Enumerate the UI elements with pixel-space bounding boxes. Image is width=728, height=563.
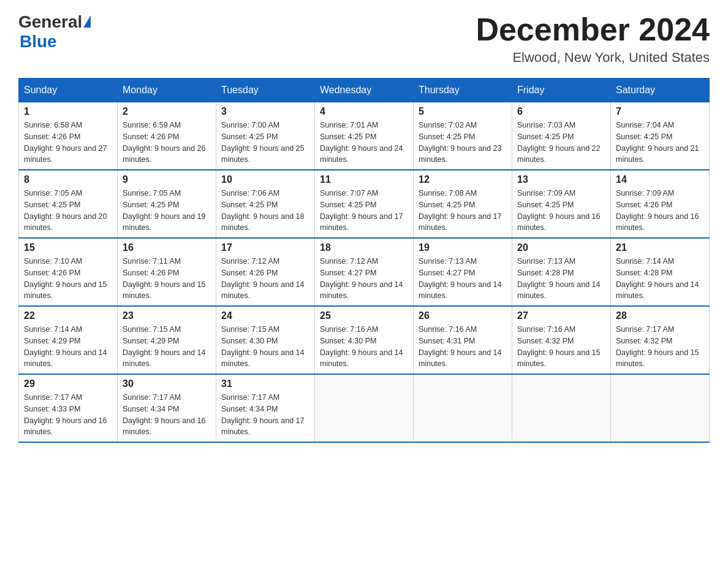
day-number: 9 [123, 174, 211, 185]
calendar-day-cell: 19Sunrise: 7:13 AMSunset: 4:27 PMDayligh… [414, 238, 512, 306]
day-number: 23 [123, 310, 211, 321]
calendar-day-cell: 20Sunrise: 7:13 AMSunset: 4:28 PMDayligh… [512, 238, 611, 306]
day-info: Sunrise: 7:14 AMSunset: 4:28 PMDaylight:… [616, 256, 704, 302]
day-info: Sunrise: 7:03 AMSunset: 4:25 PMDaylight:… [517, 120, 605, 166]
day-info: Sunrise: 7:17 AMSunset: 4:33 PMDaylight:… [24, 392, 112, 438]
calendar-day-cell: 31Sunrise: 7:17 AMSunset: 4:34 PMDayligh… [216, 374, 315, 442]
calendar-day-cell: 29Sunrise: 7:17 AMSunset: 4:33 PMDayligh… [19, 374, 118, 442]
day-number: 21 [616, 242, 704, 253]
calendar-table: SundayMondayTuesdayWednesdayThursdayFrid… [18, 78, 710, 443]
day-info: Sunrise: 7:14 AMSunset: 4:29 PMDaylight:… [24, 324, 112, 370]
day-number: 1 [24, 106, 112, 117]
calendar-day-cell: 9Sunrise: 7:05 AMSunset: 4:25 PMDaylight… [118, 170, 216, 238]
calendar-day-cell: 11Sunrise: 7:07 AMSunset: 4:25 PMDayligh… [315, 170, 414, 238]
day-number: 6 [517, 106, 605, 117]
day-of-week-header: Tuesday [216, 79, 315, 102]
day-number: 14 [616, 174, 704, 185]
day-info: Sunrise: 7:16 AMSunset: 4:30 PMDaylight:… [320, 324, 408, 370]
day-number: 12 [419, 174, 507, 185]
day-number: 24 [221, 310, 309, 321]
calendar-day-cell: 13Sunrise: 7:09 AMSunset: 4:25 PMDayligh… [512, 170, 611, 238]
day-info: Sunrise: 7:13 AMSunset: 4:27 PMDaylight:… [419, 256, 507, 302]
calendar-day-cell: 5Sunrise: 7:02 AMSunset: 4:25 PMDaylight… [414, 102, 512, 170]
day-number: 28 [616, 310, 704, 321]
logo-general: General [18, 12, 82, 32]
day-info: Sunrise: 7:05 AMSunset: 4:25 PMDaylight:… [123, 188, 211, 234]
day-info: Sunrise: 7:06 AMSunset: 4:25 PMDaylight:… [221, 188, 309, 234]
calendar-day-cell: 25Sunrise: 7:16 AMSunset: 4:30 PMDayligh… [315, 306, 414, 374]
day-info: Sunrise: 7:16 AMSunset: 4:31 PMDaylight:… [419, 324, 507, 370]
calendar-week-row: 29Sunrise: 7:17 AMSunset: 4:33 PMDayligh… [19, 374, 710, 442]
day-number: 20 [517, 242, 605, 253]
day-number: 3 [221, 106, 309, 117]
day-info: Sunrise: 7:11 AMSunset: 4:26 PMDaylight:… [123, 256, 211, 302]
logo: General Blue [18, 12, 91, 52]
logo-blue: Blue [20, 32, 57, 51]
calendar-day-cell [315, 374, 414, 442]
calendar-day-cell [611, 374, 710, 442]
day-info: Sunrise: 6:59 AMSunset: 4:26 PMDaylight:… [123, 120, 211, 166]
calendar-day-cell: 2Sunrise: 6:59 AMSunset: 4:26 PMDaylight… [118, 102, 216, 170]
day-number: 11 [320, 174, 408, 185]
day-number: 17 [221, 242, 309, 253]
day-info: Sunrise: 7:15 AMSunset: 4:30 PMDaylight:… [221, 324, 309, 370]
day-number: 4 [320, 106, 408, 117]
calendar-day-cell: 26Sunrise: 7:16 AMSunset: 4:31 PMDayligh… [414, 306, 512, 374]
day-number: 29 [24, 378, 112, 389]
day-info: Sunrise: 7:08 AMSunset: 4:25 PMDaylight:… [419, 188, 507, 234]
day-number: 31 [221, 378, 309, 389]
calendar-week-row: 8Sunrise: 7:05 AMSunset: 4:25 PMDaylight… [19, 170, 710, 238]
day-number: 8 [24, 174, 112, 185]
day-number: 27 [517, 310, 605, 321]
day-of-week-header: Wednesday [315, 79, 414, 102]
title-block: December 2024 Elwood, New York, United S… [476, 12, 710, 66]
calendar-day-cell: 28Sunrise: 7:17 AMSunset: 4:32 PMDayligh… [611, 306, 710, 374]
calendar-day-cell: 8Sunrise: 7:05 AMSunset: 4:25 PMDaylight… [19, 170, 118, 238]
calendar-week-row: 22Sunrise: 7:14 AMSunset: 4:29 PMDayligh… [19, 306, 710, 374]
day-info: Sunrise: 7:00 AMSunset: 4:25 PMDaylight:… [221, 120, 309, 166]
logo-triangle-icon [83, 15, 91, 28]
day-info: Sunrise: 7:02 AMSunset: 4:25 PMDaylight:… [419, 120, 507, 166]
location: Elwood, New York, United States [476, 50, 710, 66]
calendar-day-cell: 10Sunrise: 7:06 AMSunset: 4:25 PMDayligh… [216, 170, 315, 238]
day-number: 30 [123, 378, 211, 389]
day-info: Sunrise: 7:17 AMSunset: 4:34 PMDaylight:… [123, 392, 211, 438]
day-of-week-header: Thursday [414, 79, 512, 102]
day-info: Sunrise: 7:04 AMSunset: 4:25 PMDaylight:… [616, 120, 704, 166]
calendar-header-row: SundayMondayTuesdayWednesdayThursdayFrid… [19, 79, 710, 102]
day-number: 15 [24, 242, 112, 253]
day-info: Sunrise: 7:01 AMSunset: 4:25 PMDaylight:… [320, 120, 408, 166]
day-number: 18 [320, 242, 408, 253]
calendar-day-cell: 14Sunrise: 7:09 AMSunset: 4:26 PMDayligh… [611, 170, 710, 238]
day-info: Sunrise: 7:09 AMSunset: 4:25 PMDaylight:… [517, 188, 605, 234]
day-number: 10 [221, 174, 309, 185]
day-of-week-header: Sunday [19, 79, 118, 102]
day-of-week-header: Friday [512, 79, 611, 102]
day-number: 5 [419, 106, 507, 117]
day-info: Sunrise: 7:15 AMSunset: 4:29 PMDaylight:… [123, 324, 211, 370]
calendar-day-cell: 16Sunrise: 7:11 AMSunset: 4:26 PMDayligh… [118, 238, 216, 306]
day-number: 19 [419, 242, 507, 253]
day-number: 22 [24, 310, 112, 321]
calendar-day-cell: 1Sunrise: 6:58 AMSunset: 4:26 PMDaylight… [19, 102, 118, 170]
calendar-day-cell: 7Sunrise: 7:04 AMSunset: 4:25 PMDaylight… [611, 102, 710, 170]
calendar-day-cell: 22Sunrise: 7:14 AMSunset: 4:29 PMDayligh… [19, 306, 118, 374]
calendar-day-cell: 23Sunrise: 7:15 AMSunset: 4:29 PMDayligh… [118, 306, 216, 374]
day-info: Sunrise: 7:05 AMSunset: 4:25 PMDaylight:… [24, 188, 112, 234]
day-info: Sunrise: 7:17 AMSunset: 4:32 PMDaylight:… [616, 324, 704, 370]
calendar-day-cell: 24Sunrise: 7:15 AMSunset: 4:30 PMDayligh… [216, 306, 315, 374]
calendar-day-cell: 27Sunrise: 7:16 AMSunset: 4:32 PMDayligh… [512, 306, 611, 374]
calendar-week-row: 1Sunrise: 6:58 AMSunset: 4:26 PMDaylight… [19, 102, 710, 170]
calendar-week-row: 15Sunrise: 7:10 AMSunset: 4:26 PMDayligh… [19, 238, 710, 306]
day-info: Sunrise: 7:17 AMSunset: 4:34 PMDaylight:… [221, 392, 309, 438]
day-info: Sunrise: 7:10 AMSunset: 4:26 PMDaylight:… [24, 256, 112, 302]
calendar-day-cell: 6Sunrise: 7:03 AMSunset: 4:25 PMDaylight… [512, 102, 611, 170]
logo-text: General [18, 12, 91, 32]
day-number: 26 [419, 310, 507, 321]
calendar-day-cell [512, 374, 611, 442]
day-info: Sunrise: 7:16 AMSunset: 4:32 PMDaylight:… [517, 324, 605, 370]
day-number: 13 [517, 174, 605, 185]
day-number: 2 [123, 106, 211, 117]
day-info: Sunrise: 7:12 AMSunset: 4:27 PMDaylight:… [320, 256, 408, 302]
day-info: Sunrise: 7:12 AMSunset: 4:26 PMDaylight:… [221, 256, 309, 302]
